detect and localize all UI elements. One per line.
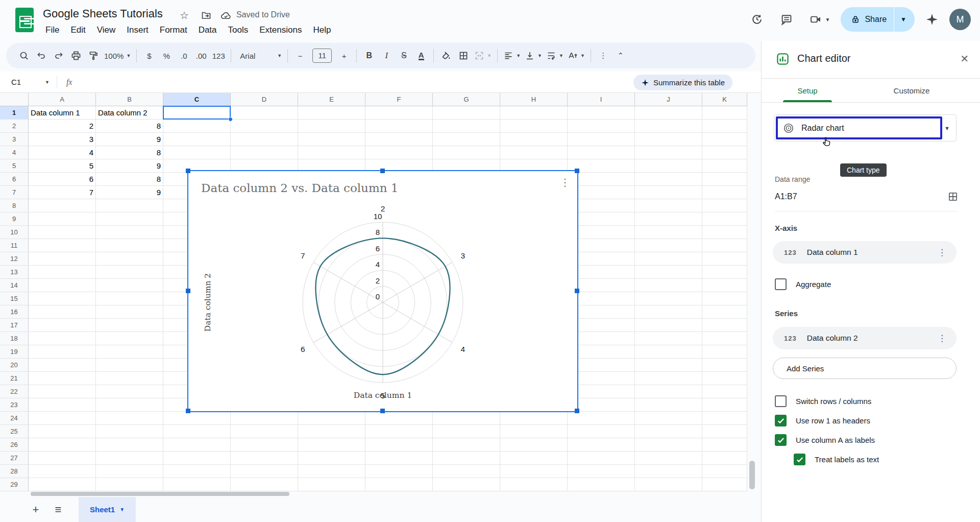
cell-D27[interactable] bbox=[231, 452, 298, 465]
cell-I1[interactable] bbox=[568, 106, 635, 120]
cell-A21[interactable] bbox=[29, 372, 96, 385]
vertical-scrollbar[interactable] bbox=[749, 461, 755, 489]
column-header-E[interactable]: E bbox=[298, 93, 365, 106]
cell-I12[interactable] bbox=[568, 252, 635, 266]
cell-J27[interactable] bbox=[635, 452, 702, 465]
cell-J19[interactable] bbox=[635, 345, 702, 359]
cell-A12[interactable] bbox=[29, 252, 96, 266]
cell-H1[interactable] bbox=[500, 106, 568, 120]
column-header-B[interactable]: B bbox=[96, 93, 163, 106]
increase-decimal-button[interactable]: .00 bbox=[192, 46, 210, 65]
avatar[interactable]: M bbox=[949, 9, 971, 30]
cell-B19[interactable] bbox=[96, 345, 163, 359]
chart-resize-handle[interactable] bbox=[186, 289, 190, 293]
menu-tools[interactable]: Tools bbox=[223, 23, 254, 37]
cell-F28[interactable] bbox=[365, 465, 433, 478]
star-icon[interactable]: ☆ bbox=[180, 9, 189, 21]
cell-E3[interactable] bbox=[298, 133, 365, 146]
cell-I24[interactable] bbox=[568, 412, 635, 425]
row-header-14[interactable]: 14 bbox=[0, 279, 29, 292]
chart-type-select[interactable]: Radar chart ▼ bbox=[774, 114, 957, 141]
chart-resize-handle[interactable] bbox=[380, 169, 385, 173]
cell-I8[interactable] bbox=[568, 199, 635, 212]
option-use-row-1-as-headers[interactable]: Use row 1 as headers bbox=[775, 415, 870, 426]
row-header-12[interactable]: 12 bbox=[0, 252, 29, 266]
cell-D25[interactable] bbox=[231, 425, 298, 438]
chart-more-menu-icon[interactable]: ⋮ bbox=[559, 176, 571, 188]
cell-A23[interactable] bbox=[29, 398, 96, 412]
option-treat-labels-as-text[interactable]: Treat labels as text bbox=[794, 454, 879, 465]
cell-G1[interactable] bbox=[433, 106, 500, 120]
cloud-saved-icon[interactable] bbox=[220, 10, 231, 21]
menu-view[interactable]: View bbox=[91, 23, 121, 37]
font-size-input[interactable]: 11 bbox=[309, 46, 335, 65]
cell-D28[interactable] bbox=[231, 465, 298, 478]
document-title[interactable]: Google Sheets Tutorials bbox=[43, 7, 163, 20]
cell-B13[interactable] bbox=[96, 266, 163, 279]
cell-K12[interactable] bbox=[702, 252, 747, 266]
add-series-button[interactable]: Add Series bbox=[773, 358, 957, 379]
checkbox-checked[interactable] bbox=[775, 434, 787, 446]
cell-A18[interactable] bbox=[29, 332, 96, 345]
cell-H24[interactable] bbox=[500, 412, 568, 425]
row-header-8[interactable]: 8 bbox=[0, 199, 29, 212]
cell-B8[interactable] bbox=[96, 199, 163, 212]
horizontal-align-icon[interactable]: ▼ bbox=[501, 46, 523, 65]
cell-B28[interactable] bbox=[96, 465, 163, 478]
cell-F24[interactable] bbox=[365, 412, 433, 425]
cell-E4[interactable] bbox=[298, 146, 365, 159]
checkbox-checked[interactable] bbox=[775, 415, 787, 426]
cell-G4[interactable] bbox=[433, 146, 500, 159]
cell-A15[interactable] bbox=[29, 292, 96, 305]
cell-K8[interactable] bbox=[702, 199, 747, 212]
checkbox-checked[interactable] bbox=[794, 454, 805, 465]
cell-I26[interactable] bbox=[568, 438, 635, 452]
cell-I17[interactable] bbox=[568, 319, 635, 332]
row-header-7[interactable]: 7 bbox=[0, 186, 29, 199]
cell-E1[interactable] bbox=[298, 106, 365, 120]
cell-H3[interactable] bbox=[500, 133, 568, 146]
increase-font-size-button[interactable]: + bbox=[335, 46, 353, 65]
menu-insert[interactable]: Insert bbox=[121, 23, 154, 37]
cell-B3[interactable]: 9 bbox=[96, 133, 163, 146]
cell-B12[interactable] bbox=[96, 252, 163, 266]
cell-J7[interactable] bbox=[635, 186, 702, 199]
cell-H2[interactable] bbox=[500, 120, 568, 133]
cell-B29[interactable] bbox=[96, 478, 163, 491]
cell-D24[interactable] bbox=[231, 412, 298, 425]
cell-F29[interactable] bbox=[365, 478, 433, 491]
row-header-3[interactable]: 3 bbox=[0, 133, 29, 146]
cell-J5[interactable] bbox=[635, 159, 702, 173]
name-box-caret-icon[interactable]: ▼ bbox=[45, 80, 50, 85]
option-switch-rows-columns[interactable]: Switch rows / columns bbox=[775, 395, 871, 407]
hide-toolbar-icon[interactable]: ⌃ bbox=[612, 46, 629, 65]
cell-E25[interactable] bbox=[298, 425, 365, 438]
cell-A1[interactable]: Data column 1 bbox=[29, 106, 96, 120]
row-header-10[interactable]: 10 bbox=[0, 226, 29, 239]
x-axis-chip[interactable]: 123 Data column 1 ⋮ bbox=[773, 241, 957, 264]
cell-J15[interactable] bbox=[635, 292, 702, 305]
cell-A22[interactable] bbox=[29, 385, 96, 398]
tab-customize[interactable]: Customize bbox=[876, 79, 947, 102]
cell-G28[interactable] bbox=[433, 465, 500, 478]
cell-D29[interactable] bbox=[231, 478, 298, 491]
cell-I16[interactable] bbox=[568, 305, 635, 319]
cell-B6[interactable]: 8 bbox=[96, 173, 163, 186]
cell-J3[interactable] bbox=[635, 133, 702, 146]
column-header-F[interactable]: F bbox=[365, 93, 433, 106]
cell-A8[interactable] bbox=[29, 199, 96, 212]
cell-E24[interactable] bbox=[298, 412, 365, 425]
cell-K14[interactable] bbox=[702, 279, 747, 292]
cell-B18[interactable] bbox=[96, 332, 163, 345]
cell-A6[interactable]: 6 bbox=[29, 173, 96, 186]
cell-J13[interactable] bbox=[635, 266, 702, 279]
cell-I28[interactable] bbox=[568, 465, 635, 478]
cell-C1[interactable] bbox=[163, 106, 231, 120]
cell-J1[interactable] bbox=[635, 106, 702, 120]
cell-H4[interactable] bbox=[500, 146, 568, 159]
cell-K1[interactable] bbox=[702, 106, 747, 120]
cell-D2[interactable] bbox=[231, 120, 298, 133]
cell-G25[interactable] bbox=[433, 425, 500, 438]
menu-data[interactable]: Data bbox=[193, 23, 223, 37]
fill-color-icon[interactable] bbox=[437, 46, 455, 65]
